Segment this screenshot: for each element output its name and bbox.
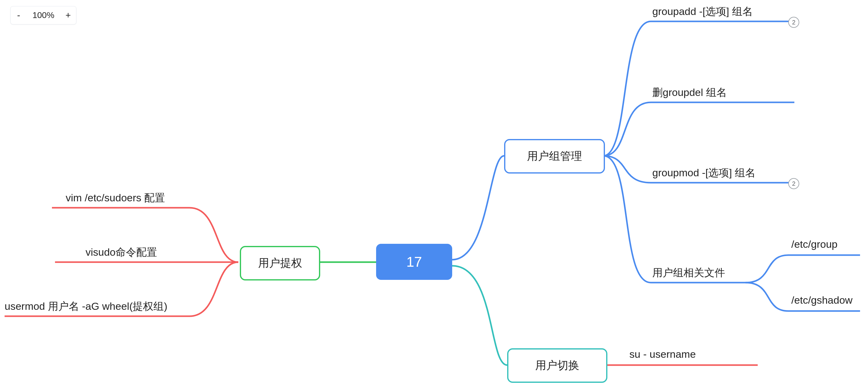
root-node[interactable]: 17 [376, 244, 452, 280]
branch-user-switch[interactable]: 用户切换 [507, 348, 608, 383]
badge-groupmod-count: 2 [788, 178, 799, 189]
leaf-groupadd[interactable]: groupadd -[选项] 组名 [652, 5, 753, 19]
branch-user-privilege[interactable]: 用户提权 [240, 246, 320, 281]
leaf-groupmod[interactable]: groupmod -[选项] 组名 [652, 166, 755, 180]
leaf-su-username[interactable]: su - username [629, 348, 696, 360]
zoom-value: 100% [27, 10, 60, 20]
leaf-etc-group[interactable]: /etc/group [791, 238, 837, 250]
leaf-etc-gshadow[interactable]: /etc/gshadow [791, 294, 852, 306]
zoom-out-button[interactable]: - [11, 6, 27, 24]
leaf-visudo[interactable]: visudo命令配置 [86, 245, 157, 259]
zoom-control: - 100% + [10, 6, 76, 25]
zoom-in-button[interactable]: + [60, 6, 76, 24]
leaf-groupdel[interactable]: 删groupdel 组名 [652, 86, 727, 100]
leaf-vim-sudoers[interactable]: vim /etc/sudoers 配置 [66, 191, 165, 205]
branch-group-management[interactable]: 用户组管理 [504, 139, 605, 173]
leaf-usermod-wheel[interactable]: usermod 用户名 -aG wheel(提权组) [5, 299, 167, 314]
badge-groupadd-count: 2 [788, 17, 799, 28]
leaf-group-related-files[interactable]: 用户组相关文件 [652, 266, 725, 280]
